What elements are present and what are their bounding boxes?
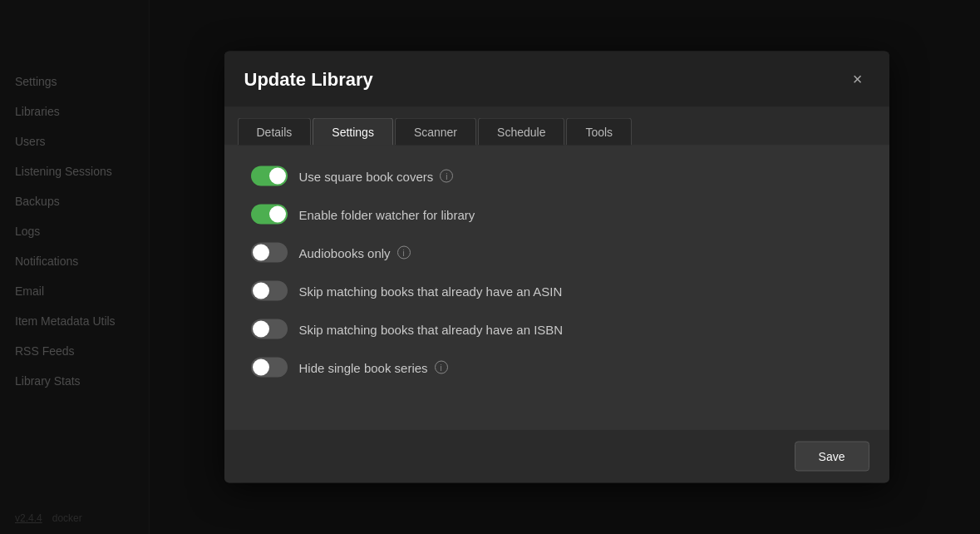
info-icon-audiobooks-only: i [397, 246, 411, 260]
toggle-row-folder-watcher: Enable folder watcher for library [251, 205, 863, 225]
toggle-hide-single-series[interactable] [251, 358, 288, 378]
info-icon-square-covers: i [440, 170, 453, 183]
info-icon-hide-single-series: i [435, 361, 448, 374]
modal-title: Update Library [244, 68, 373, 90]
save-button[interactable]: Save [795, 442, 869, 472]
modal-tabs: Details Settings Scanner Schedule Tools [224, 108, 889, 146]
toggle-folder-watcher[interactable] [251, 205, 288, 225]
toggle-square-covers[interactable] [251, 166, 288, 186]
tab-details[interactable]: Details [238, 118, 312, 146]
modal-close-button[interactable]: × [846, 67, 869, 92]
toggle-audiobooks-only[interactable] [251, 243, 288, 263]
toggle-label-square-covers: Use square book covers i [299, 169, 454, 183]
toggle-row-hide-single-series: Hide single book series i [251, 358, 863, 378]
update-library-modal: Update Library × Details Settings Scanne… [224, 52, 889, 483]
toggle-row-square-covers: Use square book covers i [251, 166, 863, 186]
toggle-label-skip-asin: Skip matching books that already have an… [299, 284, 563, 298]
settings-content: Use square book covers i Enable folder w… [224, 146, 889, 429]
toggle-row-audiobooks-only: Audiobooks only i [251, 243, 863, 263]
toggle-label-hide-single-series: Hide single book series i [299, 360, 448, 374]
toggle-skip-isbn[interactable] [251, 319, 288, 339]
toggle-row-skip-asin: Skip matching books that already have an… [251, 281, 863, 301]
toggle-label-audiobooks-only: Audiobooks only i [299, 245, 411, 260]
toggle-row-skip-isbn: Skip matching books that already have an… [251, 319, 863, 339]
toggle-skip-asin[interactable] [251, 281, 288, 301]
modal-header: Update Library × [224, 52, 889, 108]
toggle-label-skip-isbn: Skip matching books that already have an… [299, 322, 564, 336]
tab-settings[interactable]: Settings [313, 118, 393, 146]
modal-footer: Save [224, 429, 889, 483]
toggle-label-folder-watcher: Enable folder watcher for library [299, 207, 475, 221]
tab-schedule[interactable]: Schedule [478, 118, 564, 146]
tab-scanner[interactable]: Scanner [395, 118, 476, 146]
tab-tools[interactable]: Tools [566, 118, 632, 146]
